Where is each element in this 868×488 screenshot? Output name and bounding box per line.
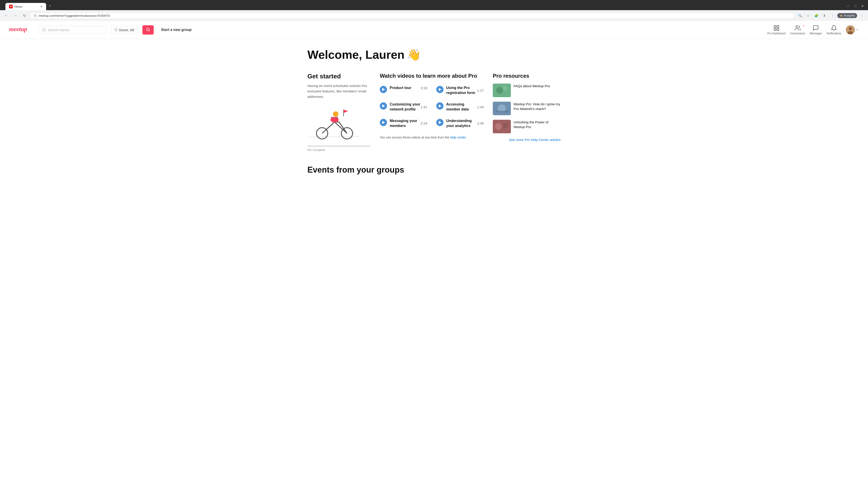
video-title-1: Product tour xyxy=(390,86,411,90)
search-btn-icon xyxy=(146,28,150,32)
resource-thumbnail-unlocking xyxy=(493,120,511,133)
search-placeholder: Search events xyxy=(48,28,69,32)
back-button[interactable]: ← xyxy=(3,12,10,19)
browser-titlebar: M Home ✕ + ─ □ ✕ xyxy=(0,0,868,10)
video-item-member-data[interactable]: Accessing member data 1:43 xyxy=(436,102,484,112)
connections-icon xyxy=(795,25,801,31)
search-bar[interactable]: Search events xyxy=(38,26,106,34)
address-bar[interactable]: meetup.com/home/?suggested=true&source=E… xyxy=(30,12,795,19)
bike-svg xyxy=(307,104,362,140)
videos-section: Watch videos to learn more about Pro Pro… xyxy=(380,73,484,152)
play-button-2[interactable] xyxy=(436,86,443,93)
videos-heading: Watch videos to learn more about Pro xyxy=(380,73,484,79)
search-icon xyxy=(42,28,46,32)
video-item-analytics[interactable]: Understanding your analytics 2:36 xyxy=(436,119,484,129)
resource-label-faqs: FAQs about Meetup Pro xyxy=(514,84,550,88)
search-toolbar-button[interactable]: 🔍 xyxy=(797,12,803,19)
bookmark-button[interactable]: ☆ xyxy=(805,12,811,19)
resource-item-grow[interactable]: Meetup Pro: How do I grow my Pro Network… xyxy=(493,102,561,115)
maximize-button[interactable]: □ xyxy=(852,3,858,9)
resource-thumbnail-faqs xyxy=(493,84,511,97)
notifications-nav[interactable]: Notifications xyxy=(827,25,841,35)
browser-menu-button[interactable]: ⋮ xyxy=(829,12,836,19)
svg-point-35 xyxy=(495,123,502,130)
messages-nav[interactable]: Messages xyxy=(810,25,822,35)
svg-point-24 xyxy=(333,111,338,117)
svg-rect-33 xyxy=(495,111,508,112)
play-triangle-icon-3 xyxy=(382,104,385,107)
video-title-2: Using the Pro registration form xyxy=(446,86,475,95)
get-started-description: Having an event scheduled unlocks Pro ex… xyxy=(307,83,371,99)
resource-item-faqs[interactable]: FAQs about Meetup Pro xyxy=(493,84,561,97)
forward-button[interactable]: → xyxy=(12,12,19,19)
minimize-button[interactable]: ─ xyxy=(845,3,851,9)
svg-rect-9 xyxy=(774,29,776,30)
svg-rect-0 xyxy=(34,15,37,17)
video-info-1: Product tour xyxy=(390,86,421,90)
user-menu[interactable] xyxy=(846,25,859,34)
play-triangle-icon-6 xyxy=(439,121,441,124)
close-button[interactable]: ✕ xyxy=(860,3,865,9)
videos-grid: Product tour 3:19 Using the Pro registr xyxy=(380,86,484,128)
video-duration-2: 1:17 xyxy=(477,89,484,92)
messages-icon xyxy=(813,25,819,31)
meetup-logo[interactable]: meetup xyxy=(9,25,34,35)
meetup-logo-svg: meetup xyxy=(9,25,34,33)
video-item-network-profile[interactable]: Customizing your network profile 1:41 xyxy=(380,102,427,112)
resource-thumb-svg-1 xyxy=(493,84,511,97)
video-item-product-tour[interactable]: Product tour 3:19 xyxy=(380,86,427,96)
download-button[interactable]: ⬇ xyxy=(821,12,828,19)
connections-label: Connections xyxy=(790,32,805,35)
tab-close-button[interactable]: ✕ xyxy=(40,5,42,8)
reload-button[interactable]: ↻ xyxy=(21,12,28,19)
tab-bar: M Home ✕ + xyxy=(3,2,57,10)
svg-rect-8 xyxy=(777,26,779,27)
incognito-icon: 🕵 xyxy=(839,14,843,17)
play-button-6[interactable] xyxy=(436,119,443,126)
tab-favicon: M xyxy=(9,5,13,8)
video-item-inner-3: Customizing your network profile 1:41 xyxy=(390,102,427,112)
svg-point-30 xyxy=(503,86,507,90)
svg-marker-27 xyxy=(344,109,348,113)
resource-item-unlocking[interactable]: Unlocking the Power of Meetup Pro xyxy=(493,120,561,133)
incognito-badge: 🕵 Incognito xyxy=(837,13,857,18)
more-button[interactable]: ⋮ xyxy=(859,12,865,19)
notifications-label: Notifications xyxy=(827,32,841,35)
user-avatar[interactable] xyxy=(846,25,855,34)
search-button[interactable] xyxy=(143,25,154,35)
video-item-registration-form[interactable]: Using the Pro registration form 1:17 xyxy=(436,86,484,96)
location-bar[interactable]: Dover, DE xyxy=(111,26,138,34)
play-button-5[interactable] xyxy=(380,119,387,126)
extensions-button[interactable]: 🧩 xyxy=(813,12,819,19)
svg-point-5 xyxy=(147,28,149,31)
active-tab[interactable]: M Home ✕ xyxy=(5,3,46,10)
resource-label-grow: Meetup Pro: How do I grow my Pro Network… xyxy=(514,102,561,111)
video-duration-6: 2:36 xyxy=(477,121,484,125)
pro-dashboard-nav[interactable]: Pro Dashboard xyxy=(767,25,785,35)
wave-emoji: 👋 xyxy=(407,48,421,61)
svg-point-2 xyxy=(42,28,45,31)
play-button-4[interactable] xyxy=(436,102,443,109)
video-item-messaging[interactable]: Messaging your members 2:18 xyxy=(380,119,427,129)
video-duration-1: 3:19 xyxy=(421,86,427,90)
video-title-3: Customizing your network profile xyxy=(390,102,420,111)
help-center-text: You can access these videos at any time … xyxy=(380,135,484,139)
main-grid: Get started Having an event scheduled un… xyxy=(307,73,561,152)
start-new-group-button[interactable]: Start a new group xyxy=(158,26,194,34)
video-title-5: Messaging your members xyxy=(390,119,417,128)
play-triangle-icon-5 xyxy=(382,121,385,124)
play-button-1[interactable] xyxy=(380,86,387,93)
resource-thumbnail-grow xyxy=(493,102,511,115)
progress-bar-container: 0% Complete xyxy=(307,145,371,152)
connections-nav[interactable]: Connections xyxy=(790,25,805,35)
url-text: meetup.com/home/?suggested=true&source=E… xyxy=(39,14,110,18)
see-more-link[interactable]: See more Pro Help Center articles xyxy=(493,138,561,142)
resource-label-unlocking: Unlocking the Power of Meetup Pro xyxy=(514,120,561,129)
svg-text:meetup: meetup xyxy=(9,26,27,33)
svg-point-11 xyxy=(796,26,798,28)
play-button-3[interactable] xyxy=(380,102,387,109)
help-center-link[interactable]: help center. xyxy=(450,135,467,139)
new-tab-button[interactable]: + xyxy=(46,2,54,10)
video-item-inner-6: Understanding your analytics 2:36 xyxy=(446,119,484,129)
svg-point-36 xyxy=(502,123,508,128)
